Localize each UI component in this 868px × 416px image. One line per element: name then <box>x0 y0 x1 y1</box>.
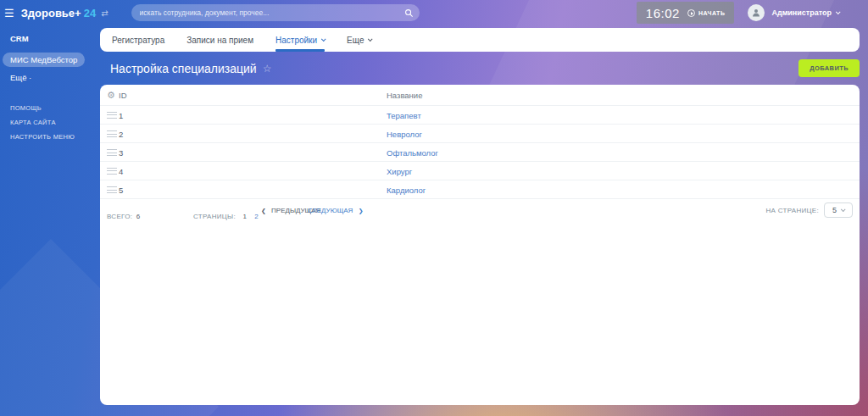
page-header: Настройка специализаций ☆ ДОБАВИТЬ <box>100 52 860 85</box>
logo-suffix: 24 <box>84 7 96 19</box>
cell-id: 5 <box>119 186 123 195</box>
cell-name-link[interactable]: Терапевт <box>387 111 421 120</box>
person-icon <box>751 8 761 18</box>
per-page-block: НА СТРАНИЦЕ: 5 <box>766 202 853 218</box>
tab-registratura[interactable]: Регистратура <box>112 28 164 52</box>
cell-id: 4 <box>119 167 123 176</box>
chevron-right-icon: ❯ <box>359 208 364 214</box>
play-icon <box>687 9 695 17</box>
tab-more[interactable]: Еще <box>347 28 371 52</box>
drag-handle-icon[interactable] <box>107 130 117 137</box>
add-button[interactable]: ДОБАВИТЬ <box>798 59 860 77</box>
grid-footer: ВСЕГО: 6 СТРАНИЦЫ: 1 2 ❮ ПРЕДЫДУЩАЯ СЛЕД… <box>100 199 860 221</box>
grid-settings-gear-icon[interactable]: ⚙ <box>107 89 115 101</box>
cell-id: 2 <box>119 130 123 139</box>
grid-header-row: ⚙ ID Название <box>100 85 860 106</box>
cell-id: 1 <box>119 111 123 120</box>
page-title: Настройка специализаций <box>110 62 257 75</box>
cell-id: 3 <box>119 148 123 158</box>
user-menu[interactable]: Администратор <box>771 8 839 17</box>
table-row: 4 Хирург <box>100 162 860 180</box>
search-icon <box>404 8 414 18</box>
sidebar-item-mis-medvebstor[interactable]: МИС МедВебстор <box>3 53 85 67</box>
switch-site-icon[interactable]: ⇄ <box>101 8 108 18</box>
total-count: ВСЕГО: 6 <box>107 207 140 222</box>
app-logo[interactable]: Здоровье+24 <box>21 7 97 19</box>
cell-name-link[interactable]: Офтальмолог <box>387 148 438 158</box>
chevron-down-icon <box>836 9 841 14</box>
time-tracker-widget[interactable]: 16:02 НАЧАТЬ <box>637 2 735 24</box>
sidebar-link-sitemap[interactable]: КАРТА САЙТА <box>10 119 100 126</box>
tab-nastroyki[interactable]: Настройки <box>275 28 325 52</box>
favorite-star-icon[interactable]: ☆ <box>263 63 272 75</box>
search-input[interactable] <box>140 8 404 17</box>
sidebar-link-configure-menu[interactable]: НАСТРОИТЬ МЕНЮ <box>10 133 100 141</box>
column-header-id[interactable]: ID <box>119 91 127 100</box>
next-page-link[interactable]: СЛЕДУЮЩАЯ ❯ <box>308 207 364 214</box>
pages-block: СТРАНИЦЫ: 1 2 <box>193 207 259 222</box>
content-panel: ⚙ ID Название 1 Терапевт 2 Невролог 3 Оф… <box>100 85 860 405</box>
chevron-down-icon <box>321 36 326 42</box>
drag-handle-icon[interactable] <box>107 168 117 175</box>
page-number-link[interactable]: 2 <box>254 213 258 220</box>
section-tabs-bar: Регистратура Записи на прием Настройки Е… <box>100 28 860 52</box>
current-time: 16:02 <box>646 6 680 20</box>
sidebar-item-crm[interactable]: CRM <box>10 34 100 43</box>
drag-handle-icon[interactable] <box>107 149 117 156</box>
cell-name-link[interactable]: Хирург <box>387 167 412 176</box>
table-row: 5 Кардиолог <box>100 180 860 199</box>
sidebar: CRM МИС МедВебстор Ещё · ПОМОЩЬ КАРТА СА… <box>0 25 100 416</box>
cell-name-link[interactable]: Кардиолог <box>387 186 426 195</box>
global-search[interactable] <box>131 4 420 21</box>
user-avatar[interactable] <box>748 4 765 21</box>
logo-title: Здоровье+ <box>21 7 81 19</box>
chevron-down-icon <box>368 36 373 42</box>
tab-zapisi-na-priem[interactable]: Записи на прием <box>186 28 253 52</box>
drag-handle-icon[interactable] <box>107 112 117 119</box>
sidebar-link-help[interactable]: ПОМОЩЬ <box>10 104 100 112</box>
top-bar: ☰ Здоровье+24 ⇄ 16:02 НАЧАТЬ Администрат… <box>0 0 868 25</box>
per-page-select[interactable]: 5 <box>824 202 853 218</box>
hamburger-menu-icon[interactable]: ☰ <box>4 8 14 19</box>
page-number-current[interactable]: 1 <box>242 213 246 220</box>
chevron-left-icon: ❮ <box>261 208 266 214</box>
drag-handle-icon[interactable] <box>107 186 117 193</box>
column-header-name[interactable]: Название <box>387 91 422 100</box>
table-row: 3 Офтальмолог <box>100 143 860 162</box>
sidebar-item-more[interactable]: Ещё · <box>10 73 100 82</box>
table-row: 1 Терапевт <box>100 106 860 125</box>
cell-name-link[interactable]: Невролог <box>387 130 422 139</box>
start-workday-button[interactable]: НАЧАТЬ <box>687 9 726 17</box>
table-row: 2 Невролог <box>100 125 860 143</box>
chevron-down-icon <box>841 207 846 212</box>
